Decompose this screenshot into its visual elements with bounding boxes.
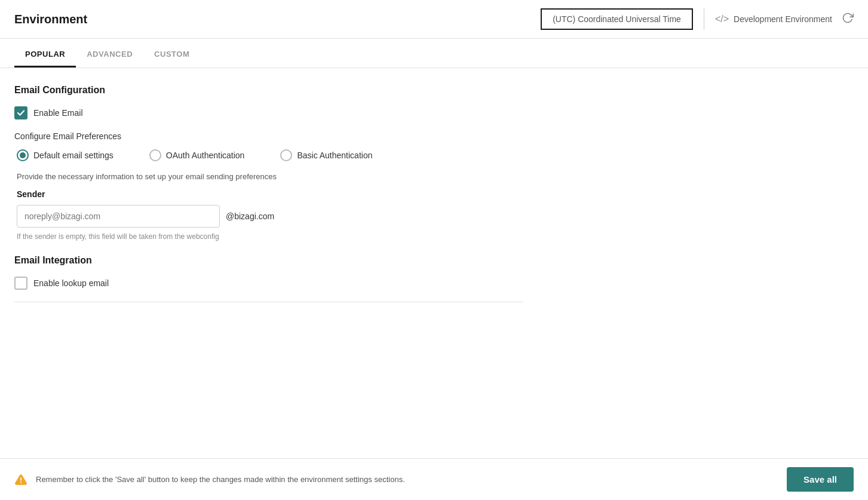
dev-env-label: Development Environment xyxy=(734,14,832,24)
dev-env-indicator: </> Development Environment xyxy=(715,14,832,24)
header-divider xyxy=(704,8,704,30)
radio-basic-outer xyxy=(280,149,292,161)
tab-popular[interactable]: POPULAR xyxy=(14,41,76,68)
enable-lookup-row: Enable lookup email xyxy=(14,277,523,290)
sender-domain: @bizagi.com xyxy=(226,211,274,221)
tab-advanced[interactable]: ADVANCED xyxy=(76,41,143,68)
refresh-icon xyxy=(842,12,854,24)
configure-email-label: Configure Email Preferences xyxy=(14,131,523,141)
enable-email-label: Enable Email xyxy=(33,108,83,118)
radio-default-inner xyxy=(20,152,26,158)
sender-input[interactable] xyxy=(17,205,220,228)
page-header: Environment (UTC) Coordinated Universal … xyxy=(0,0,868,39)
radio-oauth-label: OAuth Authentication xyxy=(166,151,245,160)
email-integration-title: Email Integration xyxy=(14,255,523,266)
email-config-title: Email Configuration xyxy=(14,85,523,96)
checkmark-icon xyxy=(17,109,25,117)
radio-default-email[interactable]: Default email settings xyxy=(17,149,114,161)
enable-lookup-label: Enable lookup email xyxy=(33,278,109,288)
radio-basic[interactable]: Basic Authentication xyxy=(280,149,372,161)
email-auth-radio-group: Default email settings OAuth Authenticat… xyxy=(17,149,523,161)
tabs-bar: POPULAR ADVANCED CUSTOM xyxy=(0,41,868,68)
page-title: Environment xyxy=(14,13,541,26)
section-divider xyxy=(14,302,523,302)
header-right: (UTC) Coordinated Universal Time </> Dev… xyxy=(541,8,854,30)
sender-label: Sender xyxy=(17,189,523,199)
tab-custom[interactable]: CUSTOM xyxy=(143,41,200,68)
radio-oauth[interactable]: OAuth Authentication xyxy=(149,149,245,161)
enable-email-row: Enable Email xyxy=(14,106,523,119)
enable-lookup-checkbox[interactable] xyxy=(14,277,27,290)
email-help-text: Provide the necessary information to set… xyxy=(17,172,523,181)
radio-default-label: Default email settings xyxy=(33,151,114,160)
refresh-button[interactable] xyxy=(842,12,854,27)
enable-email-checkbox[interactable] xyxy=(14,106,27,119)
radio-default-outer xyxy=(17,149,29,161)
main-content: Email Configuration Enable Email Configu… xyxy=(0,68,538,373)
timezone-button[interactable]: (UTC) Coordinated Universal Time xyxy=(541,8,693,30)
sender-input-row: @bizagi.com xyxy=(17,205,523,228)
radio-oauth-outer xyxy=(149,149,161,161)
code-icon: </> xyxy=(715,14,729,24)
sender-hint: If the sender is empty, this field will … xyxy=(17,232,523,241)
radio-basic-label: Basic Authentication xyxy=(297,151,372,160)
